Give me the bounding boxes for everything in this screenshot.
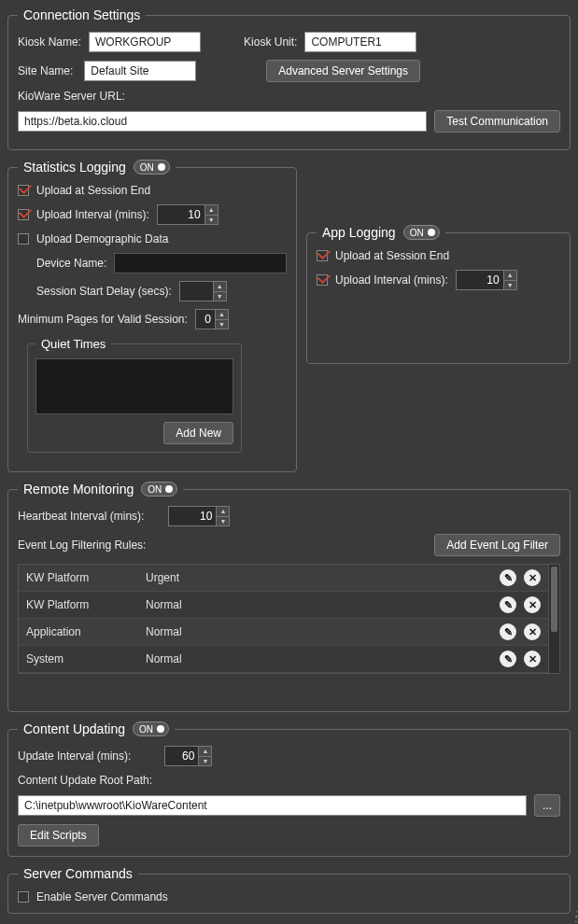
update-interval-spinner[interactable]: ▲▼	[164, 746, 212, 766]
upload-interval-checkbox[interactable]	[18, 209, 29, 220]
spinner-down-icon[interactable]: ▼	[214, 292, 226, 301]
edit-icon[interactable]: ✎	[500, 623, 516, 640]
edit-icon[interactable]: ✎	[500, 651, 516, 667]
update-interval-label: Update Interval (mins):	[18, 749, 131, 763]
applog-upload-session-end-label: Upload at Session End	[335, 249, 449, 262]
quiet-times-group: Quiet Times Add New	[27, 337, 242, 453]
delete-icon[interactable]: ✕	[524, 596, 541, 613]
table-row: SystemNormal✎✕	[19, 646, 548, 673]
filter-level: Normal	[146, 598, 492, 611]
update-interval-input[interactable]	[165, 747, 198, 765]
spinner-down-icon[interactable]: ▼	[205, 216, 218, 225]
remote-toggle-label: ON	[148, 484, 162, 495]
server-commands-group: Server Commands Enable Server Commands	[7, 866, 571, 914]
spinner-up-icon[interactable]: ▲	[216, 310, 228, 320]
stats-legend: Statistics Logging	[23, 160, 126, 175]
session-delay-input[interactable]	[180, 282, 213, 301]
min-pages-input[interactable]	[196, 310, 215, 329]
min-pages-spinner[interactable]: ▲▼	[195, 309, 229, 329]
app-logging-group: App Logging ON Upload at Session End Upl…	[306, 225, 571, 364]
toggle-knob-icon	[158, 163, 165, 171]
advanced-server-settings-button[interactable]: Advanced Server Settings	[266, 60, 420, 82]
table-row: ApplicationNormal✎✕	[19, 619, 548, 646]
applog-toggle-label: ON	[410, 228, 424, 238]
content-root-input[interactable]	[18, 795, 527, 816]
spinner-up-icon[interactable]: ▲	[199, 747, 211, 757]
event-log-filter-table: KW PlatformUrgent✎✕KW PlatformNormal✎✕Ap…	[18, 564, 549, 674]
device-name-input[interactable]	[114, 253, 287, 273]
remote-toggle[interactable]: ON	[141, 482, 177, 497]
upload-interval-input[interactable]	[158, 205, 204, 224]
upload-interval-spinner[interactable]: ▲▼	[157, 204, 219, 225]
statistics-logging-group: Statistics Logging ON Upload at Session …	[7, 160, 297, 472]
applog-toggle[interactable]: ON	[403, 225, 440, 240]
filter-source: KW Platform	[26, 571, 138, 584]
browse-button[interactable]: ...	[534, 794, 560, 817]
test-communication-button[interactable]: Test Communication	[434, 110, 560, 133]
toggle-knob-icon	[165, 485, 173, 493]
heartbeat-spinner[interactable]: ▲▼	[168, 506, 230, 526]
add-event-log-filter-button[interactable]: Add Event Log Filter	[434, 534, 560, 556]
delete-icon[interactable]: ✕	[524, 651, 541, 667]
spinner-up-icon[interactable]: ▲	[217, 507, 229, 517]
quiet-times-list[interactable]	[35, 358, 233, 414]
filter-source: System	[26, 652, 138, 665]
toggle-knob-icon	[428, 229, 435, 236]
delete-icon[interactable]: ✕	[524, 623, 541, 640]
min-pages-label: Minimum Pages for Valid Session:	[18, 313, 188, 326]
session-delay-spinner[interactable]: ▲▼	[179, 281, 227, 301]
filter-level: Normal	[146, 652, 492, 665]
spinner-down-icon[interactable]: ▼	[504, 281, 516, 290]
toggle-knob-icon	[157, 725, 164, 733]
server-commands-legend: Server Commands	[18, 866, 138, 881]
table-row: KW PlatformNormal✎✕	[19, 592, 548, 619]
site-name-input[interactable]	[84, 61, 196, 81]
filter-source: Application	[26, 625, 138, 638]
filter-level: Normal	[146, 625, 492, 638]
content-root-label: Content Update Root Path:	[18, 774, 152, 787]
content-toggle[interactable]: ON	[133, 721, 169, 736]
edit-icon[interactable]: ✎	[500, 569, 516, 586]
content-legend: Content Updating	[23, 721, 125, 736]
upload-session-end-label: Upload at Session End	[36, 184, 150, 197]
kiosk-name-input[interactable]	[89, 32, 201, 52]
edit-scripts-button[interactable]: Edit Scripts	[18, 824, 99, 847]
spinner-down-icon[interactable]: ▼	[199, 757, 211, 766]
connection-settings-group: Connection Settings Kiosk Name: Kiosk Un…	[7, 7, 571, 150]
spinner-up-icon[interactable]: ▲	[205, 205, 218, 216]
session-delay-label: Session Start Delay (secs):	[36, 285, 172, 298]
enable-server-commands-label: Enable Server Commands	[36, 890, 168, 903]
content-toggle-label: ON	[139, 724, 153, 735]
spinner-up-icon[interactable]: ▲	[504, 271, 516, 281]
table-row: KW PlatformUrgent✎✕	[19, 565, 548, 592]
kiosk-unit-label: Kiosk Unit:	[244, 35, 297, 49]
spinner-up-icon[interactable]: ▲	[214, 282, 226, 292]
upload-interval-label: Upload Interval (mins):	[36, 208, 149, 221]
applog-upload-session-end-checkbox[interactable]	[317, 250, 328, 261]
resize-grip-icon[interactable]: .:.::	[574, 911, 576, 922]
heartbeat-label: Heartbeat Interval (mins):	[18, 510, 144, 523]
spinner-down-icon[interactable]: ▼	[217, 517, 229, 526]
upload-demographic-checkbox[interactable]	[18, 233, 29, 245]
content-updating-group: Content Updating ON Update Interval (min…	[7, 721, 571, 857]
heartbeat-input[interactable]	[169, 507, 216, 525]
upload-demographic-label: Upload Demographic Data	[36, 232, 168, 245]
edit-icon[interactable]: ✎	[500, 596, 516, 613]
site-name-label: Site Name:	[18, 64, 73, 77]
device-name-label: Device Name:	[36, 257, 106, 270]
scrollbar[interactable]	[549, 564, 560, 674]
stats-toggle[interactable]: ON	[134, 160, 170, 175]
kiosk-unit-input[interactable]	[304, 32, 416, 52]
applog-upload-interval-input[interactable]	[457, 271, 503, 289]
stats-toggle-label: ON	[140, 162, 154, 173]
upload-session-end-checkbox[interactable]	[18, 185, 29, 196]
applog-upload-interval-checkbox[interactable]	[317, 274, 328, 286]
kiosk-name-label: Kiosk Name:	[18, 35, 81, 49]
scrollbar-thumb[interactable]	[551, 567, 557, 632]
applog-upload-interval-spinner[interactable]: ▲▼	[456, 270, 517, 290]
spinner-down-icon[interactable]: ▼	[216, 320, 228, 329]
add-new-button[interactable]: Add New	[163, 422, 233, 444]
delete-icon[interactable]: ✕	[524, 569, 541, 586]
server-url-input[interactable]	[18, 111, 427, 132]
enable-server-commands-checkbox[interactable]	[18, 891, 29, 903]
